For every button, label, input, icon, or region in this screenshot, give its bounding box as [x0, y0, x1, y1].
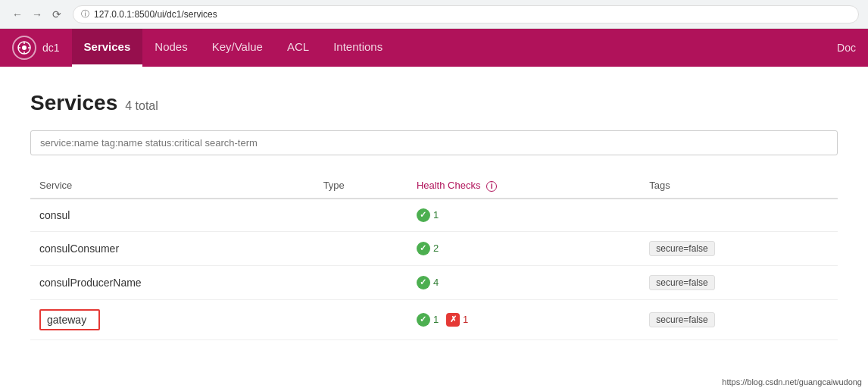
service-type-cell	[314, 265, 407, 299]
service-name-cell: consul	[30, 199, 314, 232]
nav-services[interactable]: Services	[72, 29, 143, 67]
tags-cell: secure=false	[640, 299, 838, 340]
navbar: dc1 Services Nodes Key/Value ACL Intenti…	[0, 29, 868, 67]
check-ok-icon: ✓	[417, 313, 430, 327]
table-row[interactable]: consul✓ 1	[30, 199, 838, 232]
forward-button[interactable]: →	[29, 6, 45, 23]
col-type: Type	[314, 174, 407, 199]
tag-badge: secure=false	[649, 312, 714, 327]
services-table: Service Type Health Checks i Tags consul…	[30, 174, 838, 340]
table-header: Service Type Health Checks i Tags	[30, 174, 838, 199]
table-row[interactable]: consulProducerName✓ 4secure=false	[30, 265, 838, 299]
service-name-cell: gateway	[30, 299, 314, 340]
check-ok-icon: ✓	[417, 242, 430, 255]
tag-badge: secure=false	[649, 275, 714, 290]
health-cell: ✓ 2	[407, 231, 640, 265]
service-name-cell: consulProducerName	[30, 265, 314, 299]
col-service: Service	[30, 174, 314, 199]
service-type-cell	[314, 231, 407, 265]
back-button[interactable]: ←	[9, 6, 26, 23]
table-row[interactable]: gateway✓ 1✗ 1secure=false	[30, 299, 838, 340]
health-ok-badge: ✓ 1	[417, 208, 439, 222]
health-cell: ✓ 1✗ 1	[407, 299, 640, 340]
tag-badge: secure=false	[649, 241, 714, 256]
tags-cell	[640, 199, 838, 232]
service-type-cell	[314, 299, 407, 340]
health-cell: ✓ 4	[407, 265, 640, 299]
nav-keyvalue[interactable]: Key/Value	[200, 29, 275, 67]
consul-logo-icon	[12, 36, 36, 60]
table-body: consul✓ 1consulConsumer✓ 2secure=falseco…	[30, 199, 838, 340]
col-health: Health Checks i	[407, 174, 640, 199]
health-cell: ✓ 1	[407, 199, 640, 232]
table-row[interactable]: consulConsumer✓ 2secure=false	[30, 231, 838, 265]
health-fail-badge: ✗ 1	[446, 313, 468, 327]
page-title: Services	[30, 91, 117, 115]
col-tags: Tags	[640, 174, 838, 199]
health-info-icon[interactable]: i	[486, 181, 497, 192]
lock-icon: ⓘ	[81, 8, 89, 20]
service-type-cell	[314, 199, 407, 232]
address-text: 127.0.0.1:8500/ui/dc1/services	[94, 9, 217, 20]
health-ok-badge: ✓ 2	[417, 242, 439, 255]
service-name-cell: consulConsumer	[30, 231, 314, 265]
nav-acl[interactable]: ACL	[275, 29, 321, 67]
nav-buttons: ← → ⟳	[9, 6, 65, 23]
dc-label: dc1	[42, 42, 60, 54]
nav-intentions[interactable]: Intentions	[321, 29, 395, 67]
page-header: Services 4 total	[30, 91, 838, 115]
navbar-logo: dc1	[12, 36, 60, 60]
address-bar[interactable]: ⓘ 127.0.0.1:8500/ui/dc1/services	[73, 5, 859, 23]
search-input[interactable]	[30, 130, 838, 155]
tags-cell: secure=false	[640, 231, 838, 265]
check-ok-icon: ✓	[417, 276, 430, 289]
svg-point-1	[22, 45, 27, 50]
health-ok-badge: ✓ 4	[417, 276, 439, 289]
page-count: 4 total	[125, 99, 158, 113]
check-ok-icon: ✓	[417, 208, 430, 222]
navbar-right-label: Doc	[837, 42, 856, 54]
main-content: Services 4 total Service Type Health Che…	[0, 67, 868, 365]
health-ok-badge: ✓ 1	[417, 313, 439, 327]
check-fail-icon: ✗	[446, 313, 460, 327]
tags-cell: secure=false	[640, 265, 838, 299]
browser-chrome: ← → ⟳ ⓘ 127.0.0.1:8500/ui/dc1/services	[0, 0, 868, 29]
gateway-border: gateway	[39, 309, 100, 330]
nav-nodes[interactable]: Nodes	[142, 29, 199, 67]
reload-button[interactable]: ⟳	[48, 6, 65, 23]
